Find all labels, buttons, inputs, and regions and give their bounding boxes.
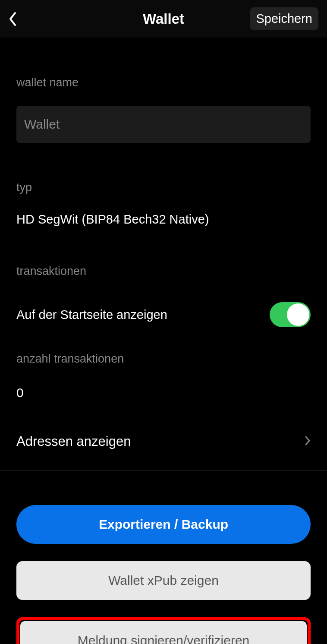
show-addresses-row[interactable]: Adressen anzeigen bbox=[12, 434, 311, 470]
show-on-home-label: Auf der Startseite anzeigen bbox=[16, 308, 167, 322]
type-value: HD SegWit (BIP84 Bech32 Native) bbox=[16, 212, 311, 227]
sign-verify-button[interactable]: Meldung signieren/verifizieren bbox=[20, 621, 307, 644]
export-backup-button[interactable]: Exportieren / Backup bbox=[16, 505, 311, 544]
show-xpub-button[interactable]: Wallet xPub zeigen bbox=[16, 561, 311, 600]
chevron-right-icon bbox=[305, 436, 311, 448]
show-on-home-row: Auf der Startseite anzeigen bbox=[16, 302, 311, 327]
wallet-name-input[interactable] bbox=[16, 106, 311, 143]
type-label: typ bbox=[16, 181, 311, 194]
wallet-name-label: wallet name bbox=[16, 76, 311, 89]
tx-count-value: 0 bbox=[16, 385, 311, 400]
divider bbox=[0, 470, 327, 470]
actions: Exportieren / Backup Wallet xPub zeigen … bbox=[0, 505, 327, 644]
save-button[interactable]: Speichern bbox=[250, 7, 318, 30]
chevron-left-icon bbox=[9, 12, 17, 26]
header: Wallet Speichern bbox=[0, 0, 327, 38]
transactions-label: transaktionen bbox=[16, 265, 311, 278]
tx-count-label: anzahl transaktionen bbox=[16, 352, 311, 366]
content: wallet name typ HD SegWit (BIP84 Bech32 … bbox=[0, 76, 327, 470]
show-addresses-label: Adressen anzeigen bbox=[16, 434, 131, 449]
toggle-knob bbox=[287, 303, 309, 326]
back-button[interactable] bbox=[9, 10, 26, 28]
sign-verify-highlight: Meldung signieren/verifizieren bbox=[16, 617, 311, 644]
page-title: Wallet bbox=[143, 11, 184, 27]
show-on-home-toggle[interactable] bbox=[270, 302, 311, 327]
